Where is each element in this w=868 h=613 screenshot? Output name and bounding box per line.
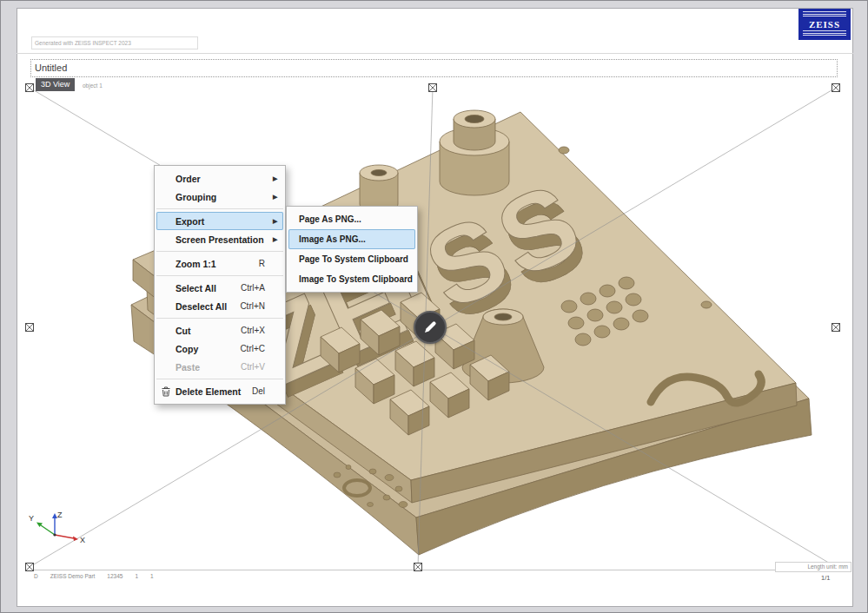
menu-item-shortcut: Ctrl+C — [240, 344, 265, 353]
menu-item-icon-slot — [156, 386, 176, 397]
menu-item-label: Deselect All — [176, 301, 240, 312]
menu-item-label: Zoom 1:1 — [176, 259, 259, 269]
menu-item-shortcut: Ctrl+V — [241, 362, 265, 372]
submenu-item-label: Image To System Clipboard — [299, 274, 413, 284]
menu-item-zoom-1-1[interactable]: Zoom 1:1 R — [156, 254, 283, 273]
menu-item-shortcut: Ctrl+X — [241, 326, 265, 335]
3d-viewport[interactable]: ZEISS ZEISS — [1, 1, 868, 613]
selection-handle[interactable] — [832, 84, 840, 92]
menu-item-export[interactable]: Export ▶ — [156, 212, 283, 230]
submenu-item-page-as-png[interactable]: Page As PNG... — [288, 209, 415, 229]
menu-item-label: Cut — [176, 326, 241, 336]
submenu-item-label: Page As PNG... — [299, 214, 408, 224]
menu-item-cut[interactable]: Cut Ctrl+X — [156, 321, 283, 339]
submenu-item-image-as-png[interactable]: Image As PNG... — [288, 229, 415, 249]
menu-item-shortcut: Ctrl+A — [241, 283, 265, 293]
menu-separator — [156, 275, 283, 276]
menu-separator — [156, 251, 283, 252]
submenu-item-label: Image As PNG... — [299, 234, 408, 244]
menu-item-label: Grouping — [176, 192, 273, 202]
axis-label-z: Z — [57, 511, 63, 519]
menu-separator — [156, 379, 283, 379]
app-window: Generated with ZEISS INSPECT 2023 ZEISS … — [0, 0, 868, 613]
menu-item-label: Order — [176, 174, 273, 184]
submenu-item-page-to-system-clipboard[interactable]: Page To System Clipboard — [288, 249, 415, 269]
edit-pencil-button[interactable] — [414, 311, 447, 344]
menu-item-label: Paste — [176, 362, 241, 372]
pencil-icon — [421, 319, 439, 336]
menu-item-delete-element[interactable]: Delete Element Del — [156, 382, 283, 400]
menu-item-paste[interactable]: Paste Ctrl+V — [156, 358, 283, 376]
menu-item-shortcut: Ctrl+N — [240, 301, 265, 311]
selection-handle[interactable] — [26, 324, 34, 332]
selection-handle[interactable] — [414, 564, 422, 571]
export-submenu: Page As PNG... Image As PNG... Page To S… — [286, 206, 418, 293]
context-menu: Order ▶ Grouping ▶ Export ▶ Screen Prese… — [154, 165, 286, 405]
menu-item-label: Copy — [176, 344, 240, 354]
selection-handle[interactable] — [26, 84, 34, 92]
menu-item-select-all[interactable]: Select All Ctrl+A — [156, 279, 283, 297]
menu-item-deselect-all[interactable]: Deselect All Ctrl+N — [156, 297, 283, 315]
axis-label-y: Y — [29, 514, 34, 523]
trash-icon — [162, 386, 170, 397]
selection-handle[interactable] — [429, 84, 437, 92]
menu-item-copy[interactable]: Copy Ctrl+C — [156, 339, 283, 358]
menu-separator — [156, 208, 283, 209]
length-unit-box: Length unit: mm — [775, 562, 851, 572]
axis-triad: Z X Y — [25, 507, 89, 552]
menu-item-order[interactable]: Order ▶ — [156, 169, 283, 188]
submenu-item-label: Page To System Clipboard — [299, 254, 408, 264]
submenu-arrow-icon: ▶ — [273, 175, 281, 182]
menu-item-grouping[interactable]: Grouping ▶ — [156, 188, 283, 206]
submenu-arrow-icon: ▶ — [273, 218, 281, 225]
submenu-item-image-to-system-clipboard[interactable]: Image To System Clipboard — [288, 269, 415, 289]
selection-handle[interactable] — [832, 324, 840, 332]
menu-item-label: Screen Presentation — [176, 234, 273, 245]
menu-item-shortcut: Del — [252, 386, 265, 396]
axis-label-x: X — [80, 536, 85, 544]
menu-item-label: Select All — [176, 283, 241, 293]
menu-item-shortcut: R — [259, 259, 265, 268]
submenu-arrow-icon: ▶ — [273, 194, 281, 201]
menu-separator — [156, 318, 283, 319]
menu-item-label: Delete Element — [176, 386, 252, 397]
menu-item-label: Export — [176, 216, 273, 227]
submenu-arrow-icon: ▶ — [273, 236, 281, 243]
length-unit-label: Length unit: mm — [807, 564, 848, 570]
selection-handle[interactable] — [26, 564, 34, 571]
menu-item-screen-presentation[interactable]: Screen Presentation ▶ — [156, 230, 283, 248]
